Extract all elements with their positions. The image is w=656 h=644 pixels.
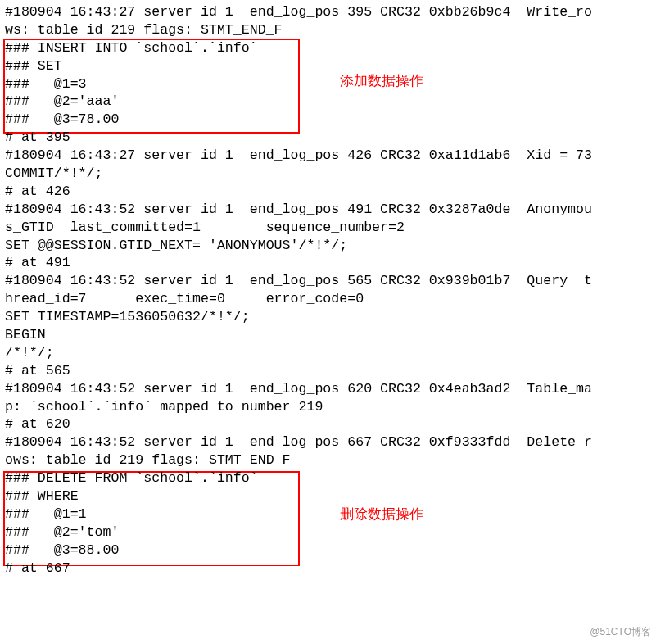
- log-line: hread_id=7 exec_time=0 error_code=0: [5, 290, 651, 308]
- log-line: p: `school`.`info` mapped to number 219: [5, 398, 651, 416]
- log-line: ### @3=78.00: [5, 111, 651, 129]
- log-line: ### @2='tom': [5, 524, 651, 542]
- log-line: ### @1=1: [5, 506, 651, 524]
- log-line: #180904 16:43:52 server id 1 end_log_pos…: [5, 433, 651, 451]
- log-line: ### WHERE: [5, 488, 651, 506]
- log-line: #180904 16:43:27 server id 1 end_log_pos…: [5, 147, 651, 165]
- delete-annotation: 删除数据操作: [340, 506, 423, 524]
- log-line: #180904 16:43:52 server id 1 end_log_pos…: [5, 201, 651, 219]
- log-line: ### @3=88.00: [5, 542, 651, 560]
- log-line: SET TIMESTAMP=1536050632/*!*/;: [5, 308, 651, 326]
- log-line: # at 491: [5, 254, 651, 272]
- log-line: # at 426: [5, 183, 651, 201]
- log-line: #180904 16:43:52 server id 1 end_log_pos…: [5, 272, 651, 290]
- log-line: ### SET: [5, 57, 651, 75]
- log-line: BEGIN: [5, 326, 651, 344]
- log-line: ows: table id 219 flags: STMT_END_F: [5, 451, 651, 469]
- log-line: COMMIT/*!*/;: [5, 165, 651, 183]
- log-line: # at 395: [5, 129, 651, 147]
- log-line: # at 620: [5, 415, 651, 433]
- log-line: SET @@SESSION.GTID_NEXT= 'ANONYMOUS'/*!*…: [5, 237, 651, 255]
- log-line: #180904 16:43:27 server id 1 end_log_pos…: [5, 3, 651, 21]
- log-line: ws: table id 219 flags: STMT_END_F: [5, 21, 651, 39]
- log-line: ### DELETE FROM `school`.`info`: [5, 469, 651, 488]
- log-line: # at 565: [5, 362, 651, 380]
- log-line: ### @1=3: [5, 75, 651, 93]
- log-line: #180904 16:43:52 server id 1 end_log_pos…: [5, 380, 651, 398]
- insert-annotation: 添加数据操作: [340, 72, 423, 90]
- log-line: # at 667: [5, 560, 651, 578]
- watermark: @51CTO博客: [590, 626, 651, 639]
- log-line: s_GTID last_committed=1 sequence_number=…: [5, 219, 651, 237]
- log-line: ### INSERT INTO `school`.`info`: [5, 39, 651, 57]
- log-line: ### @2='aaa': [5, 93, 651, 111]
- log-line: /*!*/;: [5, 344, 651, 362]
